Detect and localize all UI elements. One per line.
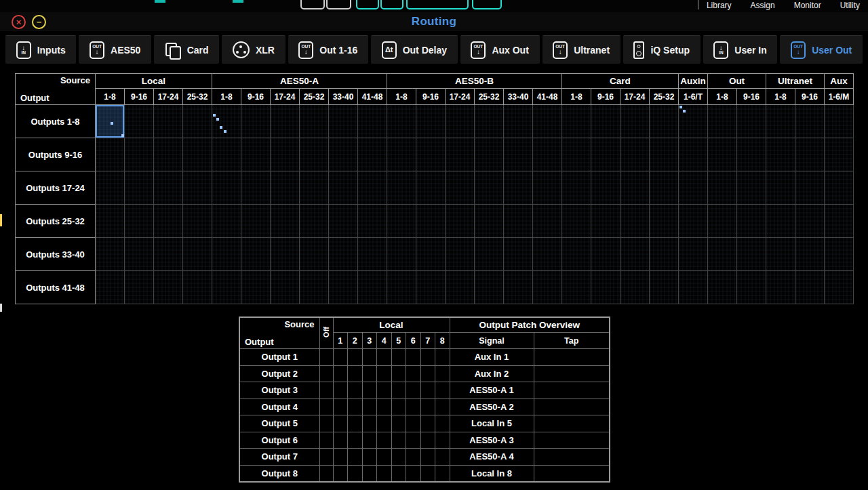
overview-off-cell[interactable]	[319, 382, 333, 399]
overview-patch-cell[interactable]	[391, 399, 406, 415]
overview-patch-cell[interactable]	[391, 382, 406, 399]
matrix-cell[interactable]	[620, 171, 650, 205]
overview-patch-cell[interactable]	[362, 465, 377, 482]
tab-ultranet[interactable]: OUT↓Ultranet	[542, 35, 620, 64]
overview-patch-cell[interactable]	[348, 415, 363, 432]
matrix-cell[interactable]	[766, 171, 795, 205]
matrix-cell[interactable]	[504, 105, 533, 138]
matrix-cell[interactable]	[183, 105, 212, 138]
overview-patch-cell[interactable]	[362, 382, 377, 399]
matrix-cell[interactable]	[271, 171, 300, 205]
tab-aes50[interactable]: OUT↓AES50	[79, 35, 151, 64]
overview-patch-cell[interactable]	[420, 465, 435, 482]
overview-patch-cell[interactable]	[420, 449, 435, 466]
overview-off-cell[interactable]	[319, 465, 333, 482]
tab-out-1-16[interactable]: OUT↓Out 1-16	[288, 35, 368, 64]
matrix-cell[interactable]	[416, 238, 446, 271]
matrix-cell[interactable]	[825, 171, 854, 205]
overview-patch-cell[interactable]	[333, 382, 348, 399]
overview-patch-cell[interactable]	[362, 415, 377, 432]
overview-patch-cell[interactable]	[420, 365, 435, 382]
overview-patch-cell[interactable]	[362, 399, 377, 415]
overview-patch-cell[interactable]	[333, 432, 348, 449]
matrix-cell[interactable]	[591, 171, 620, 205]
tab-card[interactable]: Card	[154, 35, 219, 64]
matrix-cell[interactable]	[795, 271, 825, 304]
overview-patch-cell[interactable]	[391, 432, 406, 449]
matrix-cell[interactable]	[183, 271, 212, 304]
matrix-cell[interactable]	[795, 138, 825, 171]
matrix-cell[interactable]	[679, 271, 708, 304]
overview-patch-cell[interactable]	[406, 465, 421, 482]
matrix-cell[interactable]	[241, 238, 271, 271]
matrix-cell[interactable]	[737, 238, 766, 271]
overview-patch-cell[interactable]	[420, 349, 435, 366]
tab-user-out[interactable]: OUT↓User Out	[780, 35, 862, 64]
matrix-cell[interactable]	[737, 171, 766, 205]
overview-patch-cell[interactable]	[377, 465, 392, 482]
matrix-cell[interactable]	[387, 238, 416, 271]
tab-xlr[interactable]: XLR	[222, 35, 285, 64]
matrix-cell[interactable]	[241, 138, 271, 171]
overview-patch-cell[interactable]	[435, 449, 450, 466]
matrix-cell[interactable]	[387, 205, 416, 238]
matrix-cell[interactable]	[504, 205, 533, 238]
matrix-cell[interactable]	[562, 271, 591, 304]
overview-patch-cell[interactable]	[435, 432, 450, 449]
overview-patch-cell[interactable]	[377, 399, 392, 415]
matrix-cell[interactable]	[387, 171, 416, 205]
matrix-cell[interactable]	[737, 271, 766, 304]
matrix-cell[interactable]	[387, 105, 416, 138]
overview-off-cell[interactable]	[319, 349, 333, 366]
overview-patch-cell[interactable]	[435, 365, 450, 382]
overview-patch-cell[interactable]	[435, 382, 450, 399]
overview-patch-cell[interactable]	[348, 449, 363, 466]
matrix-cell[interactable]	[766, 105, 795, 138]
matrix-cell[interactable]	[475, 138, 504, 171]
matrix-cell[interactable]	[650, 105, 679, 138]
matrix-cell[interactable]	[504, 171, 533, 205]
overview-patch-cell[interactable]	[362, 365, 377, 382]
matrix-cell[interactable]	[708, 205, 737, 238]
overview-patch-cell[interactable]	[391, 415, 406, 432]
matrix-cell[interactable]	[96, 171, 125, 205]
matrix-cell[interactable]	[679, 171, 708, 205]
matrix-cell[interactable]	[650, 171, 679, 205]
matrix-cell[interactable]	[300, 205, 329, 238]
matrix-cell[interactable]	[241, 171, 271, 205]
overview-patch-cell[interactable]	[348, 399, 363, 415]
matrix-cell[interactable]	[533, 205, 562, 238]
overview-patch-cell[interactable]	[362, 349, 377, 366]
overview-patch-cell[interactable]	[348, 365, 363, 382]
matrix-cell[interactable]	[154, 105, 183, 138]
matrix-cell[interactable]	[416, 205, 446, 238]
matrix-cell[interactable]	[620, 138, 650, 171]
overview-off-cell[interactable]	[319, 399, 333, 415]
matrix-cell[interactable]	[533, 105, 562, 138]
matrix-cell[interactable]	[446, 171, 475, 205]
matrix-cell[interactable]	[271, 138, 300, 171]
matrix-cell[interactable]	[241, 105, 271, 138]
matrix-cell[interactable]	[679, 205, 708, 238]
overview-patch-cell[interactable]	[377, 432, 392, 449]
matrix-cell[interactable]	[96, 238, 125, 271]
matrix-cell[interactable]	[620, 238, 650, 271]
matrix-cell[interactable]	[358, 238, 387, 271]
matrix-cell[interactable]	[591, 238, 620, 271]
overview-patch-cell[interactable]	[435, 465, 450, 482]
matrix-cell[interactable]	[96, 205, 125, 238]
tab-inputs[interactable]: ↓INInputs	[5, 35, 76, 64]
matrix-cell[interactable]	[562, 205, 591, 238]
overview-patch-cell[interactable]	[420, 415, 435, 432]
overview-patch-cell[interactable]	[420, 399, 435, 415]
matrix-cell[interactable]	[795, 105, 825, 138]
matrix-cell[interactable]	[446, 138, 475, 171]
matrix-cell[interactable]	[358, 171, 387, 205]
overview-patch-cell[interactable]	[333, 465, 348, 482]
overview-patch-cell[interactable]	[435, 349, 450, 366]
overview-patch-cell[interactable]	[333, 399, 348, 415]
matrix-cell[interactable]	[300, 171, 329, 205]
tab-user-in[interactable]: ↓INUser In	[703, 35, 778, 64]
matrix-cell[interactable]	[300, 271, 329, 304]
matrix-cell[interactable]	[737, 205, 766, 238]
